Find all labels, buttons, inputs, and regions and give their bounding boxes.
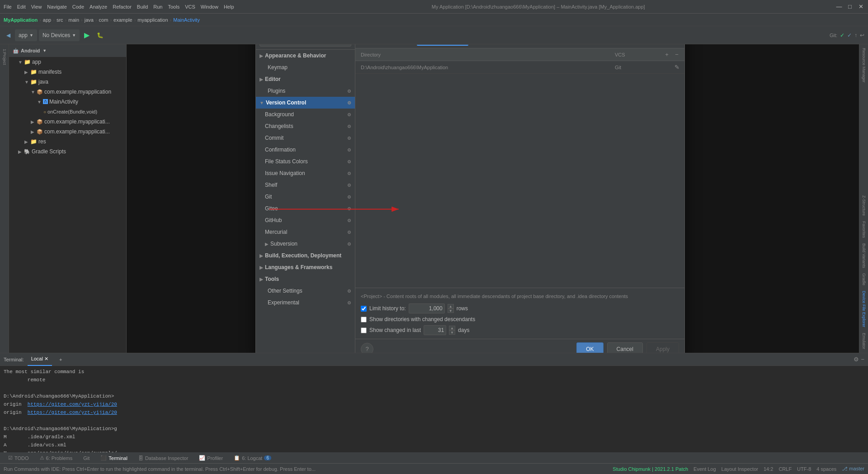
menu-navigate[interactable]: Navigate bbox=[47, 4, 66, 9]
menu-bar[interactable]: File Edit View Navigate Code Analyze Ref… bbox=[4, 4, 234, 9]
run-button[interactable]: ▶ bbox=[81, 29, 92, 42]
settings-search-input[interactable] bbox=[259, 44, 351, 47]
breadcrumb-app[interactable]: app bbox=[43, 17, 51, 23]
settings-item-version-control[interactable]: ▼Version Control ⚙ bbox=[256, 97, 355, 109]
window-controls[interactable]: — □ ✕ bbox=[835, 3, 864, 10]
remove-vcs-button[interactable]: − bbox=[673, 51, 681, 59]
menu-vcs[interactable]: VCS bbox=[185, 4, 195, 9]
status-indent[interactable]: 4 spaces bbox=[816, 466, 836, 472]
tree-item-package2[interactable]: ▶ 📦 com.example.myapplicati... bbox=[9, 117, 126, 127]
tree-item-mainactivity[interactable]: ▼ 🅰 MainActivity bbox=[9, 97, 126, 107]
settings-item-background[interactable]: Background ⚙ bbox=[256, 109, 355, 120]
build-variants-strip[interactable]: Build Variants bbox=[861, 242, 867, 270]
app-selector[interactable]: app▼ bbox=[15, 29, 37, 41]
settings-item-commit[interactable]: Commit ⚙ bbox=[256, 132, 355, 144]
settings-item-mercurial[interactable]: Mercurial ⚙ bbox=[256, 226, 355, 238]
tree-item-package1[interactable]: ▼ 📦 com.example.myapplication bbox=[9, 87, 126, 97]
breadcrumb-java[interactable]: java bbox=[85, 17, 94, 23]
stepper-down[interactable]: ▼ bbox=[448, 308, 454, 313]
status-line-endings[interactable]: CRLF bbox=[778, 466, 792, 472]
add-vcs-button[interactable]: + bbox=[663, 51, 671, 59]
emulator-strip[interactable]: Emulator bbox=[861, 331, 867, 351]
menu-file[interactable]: File bbox=[4, 4, 12, 9]
tree-item-res[interactable]: ▶ 📁 res bbox=[9, 137, 126, 147]
terminal-tab-add[interactable]: + bbox=[56, 353, 66, 366]
settings-item-changelists[interactable]: Changelists ⚙ bbox=[256, 120, 355, 132]
menu-run[interactable]: Run bbox=[153, 4, 162, 9]
breadcrumb-example[interactable]: example bbox=[113, 17, 132, 23]
settings-item-tools[interactable]: ▶Tools bbox=[256, 273, 355, 285]
settings-item-git[interactable]: Git ⚙ bbox=[256, 191, 355, 203]
settings-item-shelf[interactable]: Shelf ⚙ bbox=[256, 179, 355, 191]
settings-item-keymap[interactable]: Keymap bbox=[256, 62, 355, 73]
settings-item-experimental[interactable]: Experimental ⚙ bbox=[256, 297, 355, 308]
stepper-up[interactable]: ▲ bbox=[448, 304, 454, 308]
back-button[interactable]: ◀ bbox=[4, 29, 13, 42]
ok-button[interactable]: OK bbox=[576, 342, 603, 353]
resource-manager-strip[interactable]: Resource Manager bbox=[861, 46, 867, 85]
breadcrumb-src[interactable]: src bbox=[57, 17, 63, 23]
settings-item-appearance[interactable]: ▶Appearance & Behavior bbox=[256, 50, 355, 62]
days-stepper-down[interactable]: ▼ bbox=[449, 330, 455, 335]
show-changed-stepper[interactable]: ▲ ▼ bbox=[449, 326, 455, 335]
origin-link-2[interactable]: https://gitee.com/yzt-yijia/20 bbox=[28, 410, 117, 415]
favorites-strip[interactable]: Favorites bbox=[861, 219, 867, 240]
breadcrumb-main[interactable]: main bbox=[68, 17, 79, 23]
settings-item-file-status-colors[interactable]: File Status Colors ⚙ bbox=[256, 156, 355, 167]
project-name[interactable]: MyApplication bbox=[4, 17, 38, 23]
breadcrumb-myapplication[interactable]: myapplication bbox=[137, 17, 168, 23]
tree-item-package3[interactable]: ▶ 📦 com.example.myapplicati... bbox=[9, 127, 126, 137]
gradle-strip[interactable]: Gradle bbox=[861, 271, 867, 287]
settings-item-plugins[interactable]: Plugins ⚙ bbox=[256, 85, 355, 97]
tree-item-java[interactable]: ▼ 📁 java bbox=[9, 77, 126, 87]
menu-code[interactable]: Code bbox=[72, 4, 84, 9]
device-selector[interactable]: No Devices▼ bbox=[39, 29, 80, 41]
status-branch[interactable]: ⎇ master bbox=[842, 466, 864, 472]
terminal-settings-icon[interactable]: ⚙ bbox=[854, 356, 859, 363]
edit-vcs-button[interactable]: ✎ bbox=[673, 63, 681, 71]
git-check-icon[interactable]: ✓ bbox=[840, 32, 844, 38]
device-file-explorer-strip[interactable]: Device File Explorer bbox=[861, 289, 867, 329]
minimize-button[interactable]: — bbox=[835, 3, 843, 10]
show-changed-checkbox[interactable] bbox=[361, 327, 367, 333]
git-check2-icon[interactable]: ✓ bbox=[847, 32, 852, 38]
git-undo-icon[interactable]: ↩ bbox=[860, 32, 864, 38]
status-event-log[interactable]: Event Log bbox=[693, 466, 716, 472]
terminal-minimize-icon[interactable]: − bbox=[861, 356, 864, 363]
breadcrumb-com[interactable]: com bbox=[99, 17, 108, 23]
tab-for-current-project[interactable]: For current project bbox=[417, 44, 468, 46]
git-push-icon[interactable]: ↑ bbox=[854, 32, 857, 38]
menu-view[interactable]: View bbox=[31, 4, 42, 9]
show-directories-checkbox[interactable] bbox=[361, 317, 367, 322]
settings-item-other-settings[interactable]: Other Settings ⚙ bbox=[256, 285, 355, 297]
debug-button[interactable]: 🐛 bbox=[94, 29, 106, 42]
maximize-button[interactable]: □ bbox=[846, 3, 854, 10]
project-tool[interactable]: 1:Project bbox=[1, 46, 8, 68]
menu-edit[interactable]: Edit bbox=[17, 4, 26, 9]
tree-item-app[interactable]: ▼ 📁 app bbox=[9, 57, 126, 67]
limit-history-checkbox[interactable] bbox=[361, 306, 367, 312]
menu-refactor[interactable]: Refactor bbox=[113, 4, 132, 9]
settings-item-build[interactable]: ▶Build, Execution, Deployment bbox=[256, 250, 355, 261]
menu-help[interactable]: Help bbox=[224, 4, 234, 9]
menu-window[interactable]: Window bbox=[201, 4, 218, 9]
menu-tools[interactable]: Tools bbox=[168, 4, 179, 9]
cancel-button[interactable]: Cancel bbox=[607, 342, 643, 353]
menu-analyze[interactable]: Analyze bbox=[90, 4, 107, 9]
settings-item-subversion[interactable]: ▶Subversion ⚙ bbox=[256, 238, 355, 250]
help-button[interactable]: ? bbox=[361, 343, 373, 353]
close-button[interactable]: ✕ bbox=[857, 3, 864, 10]
tree-item-gradle[interactable]: ▶ 🐘 Gradle Scripts bbox=[9, 147, 126, 156]
origin-link-1[interactable]: https://gitee.com/yzt-yijia/20 bbox=[28, 402, 117, 407]
terminal-tab-local[interactable]: Local ✕ bbox=[28, 353, 52, 366]
status-layout-inspector[interactable]: Layout Inspector bbox=[722, 466, 758, 472]
structure-strip[interactable]: Z-Structure bbox=[861, 194, 867, 218]
settings-item-gitee[interactable]: Gitee ⚙ bbox=[256, 203, 355, 214]
settings-item-confirmation[interactable]: Confirmation ⚙ bbox=[256, 144, 355, 156]
menu-build[interactable]: Build bbox=[137, 4, 148, 9]
settings-item-issue-navigation[interactable]: Issue Navigation ⚙ bbox=[256, 167, 355, 179]
status-encoding[interactable]: UTF-8 bbox=[797, 466, 811, 472]
settings-item-github[interactable]: GitHub ⚙ bbox=[256, 214, 355, 226]
settings-item-languages[interactable]: ▶Languages & Frameworks bbox=[256, 261, 355, 273]
tree-item-oncreate[interactable]: ○ onCreate(Bundle,void) bbox=[9, 107, 126, 117]
